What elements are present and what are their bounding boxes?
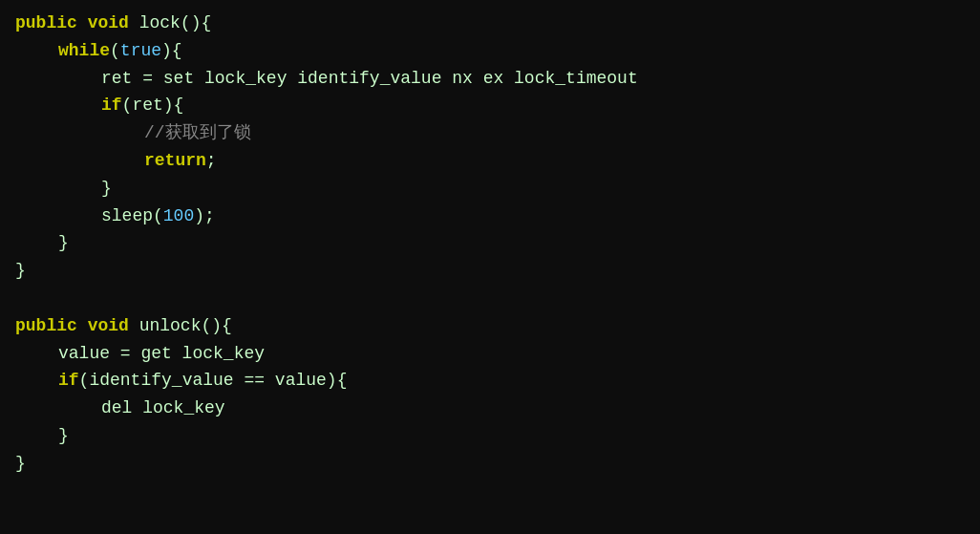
keyword-yellow: void [88, 13, 129, 32]
code-line: return; [15, 147, 965, 175]
code-text: del lock_key [101, 398, 225, 417]
code-line: } [15, 450, 965, 478]
code-text: (identify_value == value){ [79, 371, 348, 390]
code-line: while(true){ [15, 37, 965, 65]
code-text: unlock(){ [129, 316, 232, 335]
code-text: } [15, 454, 26, 473]
number-literal: 100 [163, 206, 194, 225]
code-line: if(ret){ [15, 92, 965, 119]
code-line: } [15, 422, 965, 450]
comment-text: //获取到了锁 [144, 123, 251, 142]
code-text: ){ [161, 41, 182, 60]
code-line: } [15, 229, 965, 257]
code-text: ); [194, 206, 215, 225]
code-text: (ret){ [122, 96, 184, 115]
code-text: sleep( [101, 206, 163, 225]
code-text: ret = set lock_key identify_value nx ex … [101, 69, 638, 88]
blank-line [15, 285, 965, 312]
code-line: sleep(100); [15, 203, 965, 230]
code-container: public void lock(){while(true){ret = set… [15, 10, 965, 478]
keyword-yellow: public [15, 13, 77, 32]
code-text: lock(){ [129, 13, 211, 32]
code-line: value = get lock_key [15, 340, 965, 368]
keyword-yellow: return [144, 151, 206, 170]
code-line: del lock_key [15, 395, 965, 422]
code-text: } [58, 426, 69, 445]
keyword-yellow: if [58, 371, 79, 390]
keyword-yellow: while [58, 41, 110, 60]
code-line: public void unlock(){ [15, 312, 965, 340]
code-text: ; [206, 151, 217, 170]
code-text: } [101, 179, 112, 198]
code-text [77, 13, 88, 32]
code-text [77, 316, 88, 335]
keyword-blue: true [120, 41, 161, 60]
keyword-yellow: void [88, 316, 129, 335]
code-line: public void lock(){ [15, 10, 965, 37]
code-line: } [15, 257, 965, 285]
code-text: ( [110, 41, 120, 60]
code-text: } [15, 261, 26, 280]
code-line: if(identify_value == value){ [15, 367, 965, 395]
keyword-yellow: public [15, 316, 77, 335]
keyword-yellow: if [101, 96, 122, 115]
code-line: ret = set lock_key identify_value nx ex … [15, 65, 965, 93]
code-line: //获取到了锁 [15, 119, 965, 147]
code-text: value = get lock_key [58, 344, 265, 363]
code-text: } [58, 233, 69, 252]
code-line: } [15, 175, 965, 203]
